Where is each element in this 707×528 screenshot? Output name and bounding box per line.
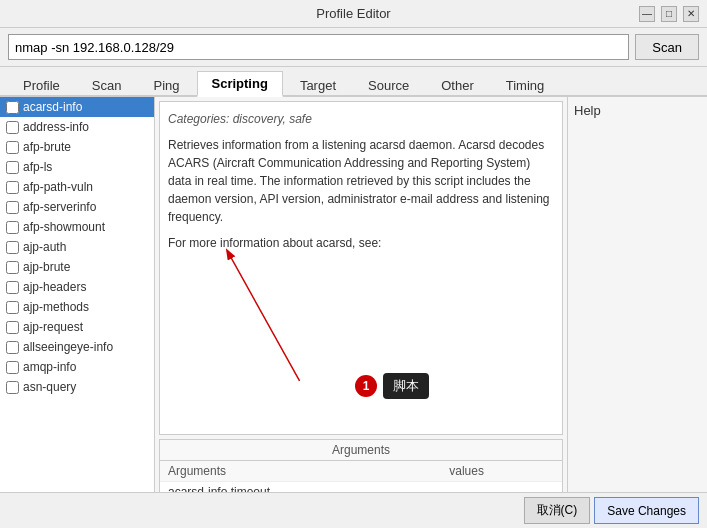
- right-panel: Categories: discovery, safe Retrieves in…: [155, 97, 567, 528]
- list-item[interactable]: allseeingeye-info: [0, 337, 154, 357]
- script-name: allseeingeye-info: [23, 340, 113, 354]
- window-controls: — □ ✕: [639, 6, 699, 22]
- list-item[interactable]: afp-ls: [0, 157, 154, 177]
- arguments-header: Arguments: [160, 440, 562, 461]
- script-name: afp-showmount: [23, 220, 105, 234]
- list-item[interactable]: ajp-methods: [0, 297, 154, 317]
- script-checkbox[interactable]: [6, 181, 19, 194]
- list-item[interactable]: address-info: [0, 117, 154, 137]
- script-checkbox[interactable]: [6, 341, 19, 354]
- tab-scan[interactable]: Scan: [77, 73, 137, 97]
- list-item[interactable]: ajp-headers: [0, 277, 154, 297]
- tab-source[interactable]: Source: [353, 73, 424, 97]
- script-name: ajp-auth: [23, 240, 66, 254]
- script-checkbox[interactable]: [6, 221, 19, 234]
- script-name: amqp-info: [23, 360, 76, 374]
- scan-bar: Scan: [0, 28, 707, 67]
- script-checkbox[interactable]: [6, 301, 19, 314]
- script-checkbox[interactable]: [6, 101, 19, 114]
- script-checkbox[interactable]: [6, 281, 19, 294]
- tab-ping[interactable]: Ping: [139, 73, 195, 97]
- values-col-header: values: [441, 461, 562, 482]
- scan-button[interactable]: Scan: [635, 34, 699, 60]
- script-name: ajp-headers: [23, 280, 86, 294]
- maximize-button[interactable]: □: [661, 6, 677, 22]
- list-item[interactable]: amqp-info: [0, 357, 154, 377]
- script-list-panel: acarsd-infoaddress-infoafp-bruteafp-lsaf…: [0, 97, 155, 528]
- script-name: asn-query: [23, 380, 76, 394]
- script-checkbox[interactable]: [6, 161, 19, 174]
- categories-text: Categories: discovery, safe: [168, 110, 554, 128]
- minimize-button[interactable]: —: [639, 6, 655, 22]
- annotation-tooltip: 1 脚本: [355, 373, 429, 399]
- close-button[interactable]: ✕: [683, 6, 699, 22]
- script-checkbox[interactable]: [6, 141, 19, 154]
- list-item[interactable]: ajp-auth: [0, 237, 154, 257]
- help-title: Help: [574, 103, 701, 118]
- window-title: Profile Editor: [68, 6, 639, 21]
- bottom-bar: 取消(C) Save Changes: [0, 492, 707, 528]
- help-panel: Help: [567, 97, 707, 528]
- script-checkbox[interactable]: [6, 121, 19, 134]
- cancel-button[interactable]: 取消(C): [524, 497, 591, 524]
- tab-timing[interactable]: Timing: [491, 73, 560, 97]
- script-checkbox[interactable]: [6, 261, 19, 274]
- script-name: ajp-methods: [23, 300, 89, 314]
- script-name: address-info: [23, 120, 89, 134]
- script-checkbox[interactable]: [6, 381, 19, 394]
- script-checkbox[interactable]: [6, 201, 19, 214]
- script-name: afp-serverinfo: [23, 200, 96, 214]
- main-content: acarsd-infoaddress-infoafp-bruteafp-lsaf…: [0, 97, 707, 528]
- list-item[interactable]: afp-serverinfo: [0, 197, 154, 217]
- script-list: acarsd-infoaddress-infoafp-bruteafp-lsaf…: [0, 97, 154, 501]
- annotation-number: 1: [355, 375, 377, 397]
- script-checkbox[interactable]: [6, 361, 19, 374]
- script-name: ajp-brute: [23, 260, 70, 274]
- annotation-label: 脚本: [383, 373, 429, 399]
- title-bar: Profile Editor — □ ✕: [0, 0, 707, 28]
- script-name: afp-ls: [23, 160, 52, 174]
- tab-scripting[interactable]: Scripting: [197, 71, 283, 97]
- list-item[interactable]: afp-path-vuln: [0, 177, 154, 197]
- script-name: afp-brute: [23, 140, 71, 154]
- tab-target[interactable]: Target: [285, 73, 351, 97]
- list-item[interactable]: acarsd-info: [0, 97, 154, 117]
- script-name: acarsd-info: [23, 100, 82, 114]
- args-col-header: Arguments: [160, 461, 441, 482]
- tab-profile[interactable]: Profile: [8, 73, 75, 97]
- script-name: afp-path-vuln: [23, 180, 93, 194]
- more-info-text: For more information about acarsd, see:: [168, 234, 554, 252]
- list-item[interactable]: ajp-request: [0, 317, 154, 337]
- list-item[interactable]: afp-brute: [0, 137, 154, 157]
- script-checkbox[interactable]: [6, 241, 19, 254]
- list-item[interactable]: asn-query: [0, 377, 154, 397]
- script-name: ajp-request: [23, 320, 83, 334]
- save-changes-button[interactable]: Save Changes: [594, 497, 699, 524]
- description-text: Retrieves information from a listening a…: [168, 136, 554, 226]
- list-item[interactable]: ajp-brute: [0, 257, 154, 277]
- command-input[interactable]: [8, 34, 629, 60]
- tab-other[interactable]: Other: [426, 73, 489, 97]
- script-checkbox[interactable]: [6, 321, 19, 334]
- tab-bar: ProfileScanPingScriptingTargetSourceOthe…: [0, 67, 707, 97]
- list-item[interactable]: afp-showmount: [0, 217, 154, 237]
